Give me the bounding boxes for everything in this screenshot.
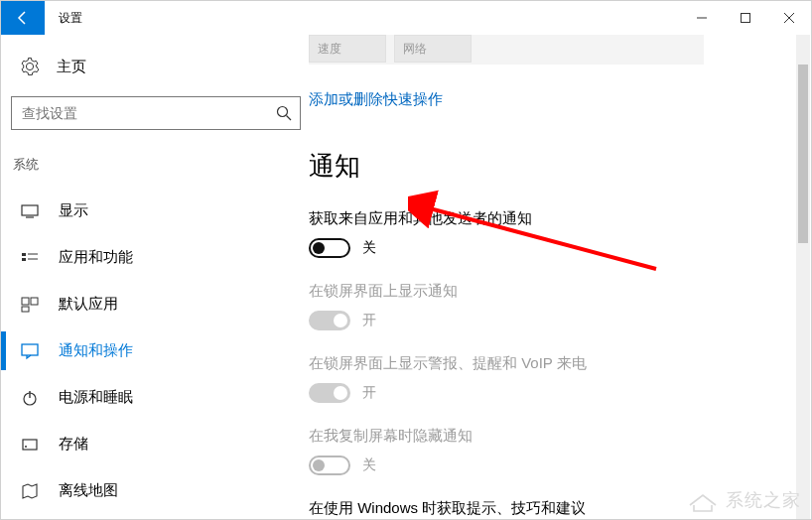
sidebar: 主页 系统 显示 应用和功能 默认应用 bbox=[1, 35, 309, 519]
nav-label: 应用和功能 bbox=[59, 248, 133, 267]
setting-label: 获取来自应用和其他发送者的通知 bbox=[309, 209, 791, 228]
nav-power[interactable]: 电源和睡眠 bbox=[11, 374, 299, 421]
window-controls bbox=[680, 1, 811, 35]
svg-rect-14 bbox=[22, 307, 29, 312]
apps-icon bbox=[21, 249, 39, 267]
toggle-state: 开 bbox=[362, 384, 376, 402]
scroll-thumb[interactable] bbox=[798, 65, 808, 243]
maximize-button[interactable] bbox=[724, 1, 767, 35]
nav-offline-maps[interactable]: 离线地图 bbox=[11, 467, 299, 514]
notification-icon bbox=[21, 342, 39, 360]
svg-rect-12 bbox=[22, 298, 29, 305]
svg-line-5 bbox=[287, 116, 292, 121]
minimize-button[interactable] bbox=[680, 1, 724, 35]
nav-group-label: 系统 bbox=[13, 156, 299, 174]
titlebar: 设置 bbox=[1, 1, 811, 35]
search-box[interactable] bbox=[11, 96, 301, 130]
setting-hide-on-duplicate: 在我复制屏幕时隐藏通知 关 bbox=[309, 427, 791, 475]
svg-rect-9 bbox=[22, 258, 26, 261]
nav-display[interactable]: 显示 bbox=[11, 188, 299, 234]
nav-label: 默认应用 bbox=[59, 295, 118, 314]
setting-app-notifications: 获取来自应用和其他发送者的通知 关 bbox=[309, 209, 791, 258]
section-title: 通知 bbox=[309, 149, 791, 184]
nav-label: 显示 bbox=[59, 201, 88, 220]
tab-network[interactable]: 网络 bbox=[394, 35, 472, 63]
setting-label: 在我复制屏幕时隐藏通知 bbox=[309, 427, 791, 446]
minimize-icon bbox=[697, 13, 707, 23]
svg-point-4 bbox=[278, 107, 288, 117]
nav-label: 离线地图 bbox=[59, 481, 118, 500]
setting-label: 在锁屏界面上显示通知 bbox=[309, 282, 791, 301]
svg-rect-1 bbox=[742, 14, 750, 23]
monitor-icon bbox=[21, 202, 39, 220]
window-title: 设置 bbox=[59, 10, 82, 27]
svg-rect-8 bbox=[22, 253, 26, 256]
toggle-hide-on-duplicate bbox=[309, 455, 350, 475]
svg-point-19 bbox=[25, 446, 27, 448]
scrollbar[interactable] bbox=[796, 35, 810, 519]
back-button[interactable] bbox=[1, 1, 45, 35]
nav-apps[interactable]: 应用和功能 bbox=[11, 234, 299, 281]
toggle-state: 关 bbox=[362, 456, 376, 474]
close-button[interactable] bbox=[767, 1, 811, 35]
svg-rect-6 bbox=[22, 205, 38, 215]
maximize-icon bbox=[741, 13, 750, 23]
svg-rect-13 bbox=[31, 298, 38, 305]
setting-lockscreen-notifications: 在锁屏界面上显示通知 开 bbox=[309, 282, 791, 330]
nav-list: 显示 应用和功能 默认应用 通知和操作 电源和睡眠 存储 bbox=[11, 188, 299, 514]
svg-rect-18 bbox=[23, 440, 37, 450]
search-icon bbox=[276, 105, 292, 121]
setting-windows-tips: 在使用 Windows 时获取提示、技巧和建议 开 bbox=[309, 499, 791, 519]
setting-label: 在锁屏界面上显示警报、提醒和 VoIP 来电 bbox=[309, 354, 791, 373]
nav-label: 电源和睡眠 bbox=[59, 388, 133, 407]
nav-notifications[interactable]: 通知和操作 bbox=[11, 327, 299, 374]
nav-storage[interactable]: 存储 bbox=[11, 421, 299, 467]
toggle-lockscreen-alarms bbox=[309, 383, 350, 403]
home-label: 主页 bbox=[57, 58, 86, 76]
toggle-state: 开 bbox=[362, 312, 376, 329]
nav-label: 存储 bbox=[59, 435, 88, 454]
setting-lockscreen-alarms: 在锁屏界面上显示警报、提醒和 VoIP 来电 开 bbox=[309, 354, 791, 403]
search-input[interactable] bbox=[22, 105, 270, 121]
arrow-left-icon bbox=[15, 10, 31, 26]
close-icon bbox=[784, 13, 794, 23]
map-icon bbox=[21, 482, 39, 500]
content-pane: 速度 网络 添加或删除快速操作 通知 获取来自应用和其他发送者的通知 关 在锁屏… bbox=[309, 35, 811, 519]
nav-default-apps[interactable]: 默认应用 bbox=[11, 281, 299, 327]
svg-rect-15 bbox=[22, 344, 38, 355]
storage-icon bbox=[21, 436, 39, 454]
quick-actions-link[interactable]: 添加或删除快速操作 bbox=[309, 90, 791, 109]
tab-speed[interactable]: 速度 bbox=[309, 35, 386, 63]
default-apps-icon bbox=[21, 296, 39, 314]
power-icon bbox=[21, 389, 39, 407]
toggle-lockscreen-notifications bbox=[309, 311, 350, 330]
nav-label: 通知和操作 bbox=[59, 341, 133, 360]
gear-icon bbox=[21, 58, 39, 75]
setting-label: 在使用 Windows 时获取提示、技巧和建议 bbox=[309, 499, 791, 518]
home-nav[interactable]: 主页 bbox=[11, 47, 299, 86]
toggle-state: 关 bbox=[362, 239, 376, 257]
toggle-app-notifications[interactable] bbox=[309, 238, 350, 258]
